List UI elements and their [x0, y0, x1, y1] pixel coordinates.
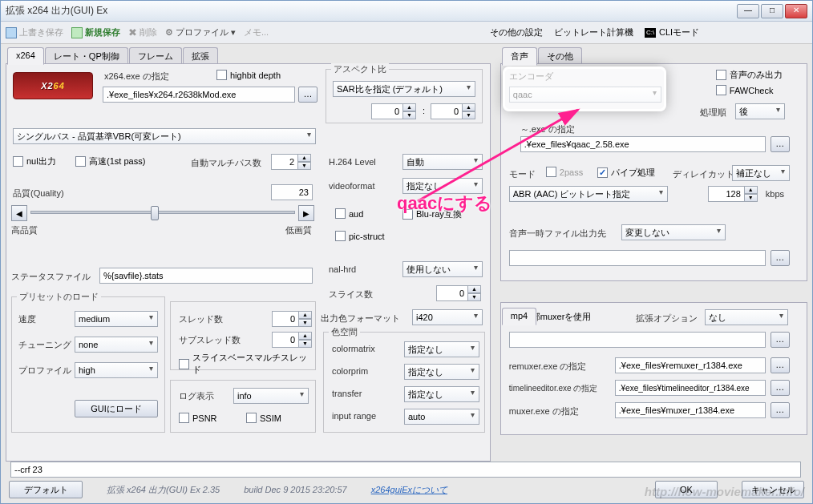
- input-range-select[interactable]: auto: [404, 409, 479, 425]
- tmpout-path-input[interactable]: [509, 250, 766, 266]
- remuxer-input[interactable]: [615, 357, 766, 373]
- remuxer-browse[interactable]: …: [771, 357, 790, 373]
- audio-exe-label: ～.exe の指定: [520, 123, 575, 135]
- about-link[interactable]: x264guiExについて: [371, 484, 447, 496]
- quality-label: 品質(Quality): [13, 187, 64, 200]
- minimize-button[interactable]: —: [737, 4, 759, 18]
- pipe-check[interactable]: パイプ処理: [597, 167, 655, 179]
- chevron-down-icon: ▾: [231, 27, 236, 38]
- tab-x264[interactable]: x264: [7, 47, 44, 65]
- audio-encoder-select[interactable]: qaac: [509, 87, 661, 103]
- twopass-check[interactable]: 2pass: [546, 167, 583, 177]
- timeline-browse[interactable]: …: [771, 380, 790, 396]
- app-name-label: 拡張 x264 出力(GUI) Ex 2.35: [107, 484, 220, 496]
- audio-only-check[interactable]: 音声のみ出力: [716, 69, 783, 81]
- exe-label: x264.exe の指定: [104, 71, 169, 83]
- ssim-check[interactable]: SSIM: [246, 413, 281, 423]
- thread-input[interactable]: [272, 311, 299, 327]
- subthread-input[interactable]: [272, 332, 299, 348]
- transfer-select[interactable]: 指定なし: [404, 386, 479, 402]
- cli-mode-button[interactable]: C:\ CLIモード: [645, 26, 699, 38]
- tuning-select[interactable]: none: [75, 337, 158, 353]
- maximize-button[interactable]: □: [761, 4, 783, 18]
- quality-right-button[interactable]: ▶: [298, 205, 314, 221]
- exe-browse-button[interactable]: …: [298, 87, 318, 103]
- timeline-input[interactable]: [615, 380, 766, 396]
- profile-dropdown[interactable]: ⚙ プロファイル ▾: [165, 26, 236, 38]
- x264-logo: X264: [13, 72, 93, 99]
- overwrite-save-button[interactable]: 上書き保存: [6, 26, 63, 38]
- new-save-button[interactable]: 新規保存: [71, 26, 120, 38]
- colorspace-group-label: 色空間: [329, 326, 360, 338]
- slice-multithread-check[interactable]: スライスベースマルチスレッド: [179, 352, 315, 376]
- profile-select[interactable]: high: [75, 362, 158, 378]
- fawcheck-check[interactable]: FAWCheck: [716, 85, 774, 95]
- muxer-browse[interactable]: …: [771, 402, 790, 418]
- colorprim-select[interactable]: 指定なし: [404, 364, 479, 380]
- order-select[interactable]: 後: [735, 103, 785, 119]
- preset-group-label: プリセットのロード: [17, 291, 101, 303]
- other-settings-button[interactable]: その他の設定: [490, 26, 543, 38]
- h264-level-select[interactable]: 自動: [402, 154, 483, 170]
- nal-hrd-select[interactable]: 使用しない: [402, 261, 483, 277]
- speed-select[interactable]: medium: [75, 311, 158, 327]
- muxer-input[interactable]: [615, 402, 766, 418]
- colormatrix-select[interactable]: 指定なし: [404, 341, 479, 357]
- log-select[interactable]: info: [233, 388, 309, 404]
- remuxer-label: remuxer.exe の指定: [509, 361, 587, 373]
- default-button[interactable]: デフォルト: [9, 481, 83, 498]
- ext-option-select[interactable]: なし: [705, 309, 788, 325]
- low-quality-label: 低画質: [285, 224, 312, 236]
- highbit-depth-check[interactable]: highbit depth: [216, 70, 281, 80]
- pic-struct-check[interactable]: pic-struct: [335, 231, 385, 241]
- quality-value[interactable]: [271, 184, 313, 200]
- close-button[interactable]: ✕: [785, 4, 807, 18]
- aspect-mode-select[interactable]: SAR比を指定 (デフォルト): [333, 81, 475, 97]
- delete-button[interactable]: ✖ 削除: [128, 26, 157, 38]
- transfer-label: transfer: [332, 389, 362, 398]
- audio-mode-select[interactable]: ABR (AAC) ビットレート指定: [509, 186, 668, 202]
- delay-select[interactable]: 補正なし: [732, 165, 790, 181]
- build-label: build Dec 9 2015 23:20:57: [244, 485, 346, 494]
- order-label: 処理順: [700, 107, 726, 119]
- save-new-icon: [71, 27, 83, 38]
- memo-field[interactable]: メモ...: [244, 26, 269, 38]
- psnr-check[interactable]: PSNR: [179, 413, 217, 423]
- mux-cmd-input[interactable]: [509, 332, 766, 348]
- tab-audio[interactable]: 音声: [502, 47, 537, 66]
- aspect-num-input[interactable]: [371, 103, 403, 119]
- log-label: ログ表示: [179, 390, 214, 402]
- fast-1stpass-check[interactable]: 高速(1st pass): [75, 155, 145, 167]
- encode-mode-select[interactable]: シングルパス - 品質基準VBR(可変レート): [13, 128, 316, 144]
- bitrate-calc-button[interactable]: ビットレート計算機: [554, 26, 633, 38]
- thread-label: スレッド数: [179, 313, 223, 325]
- exe-path-input[interactable]: [103, 87, 295, 103]
- tmpout-browse[interactable]: …: [771, 250, 790, 266]
- bitrate-input[interactable]: [708, 186, 745, 202]
- gui-load-button[interactable]: GUIにロード: [75, 400, 158, 417]
- tab-mp4[interactable]: mp4: [502, 308, 536, 325]
- slice-input[interactable]: [436, 285, 468, 301]
- quality-slider[interactable]: [30, 205, 295, 220]
- gear-icon: ⚙: [165, 27, 173, 38]
- mux-cmd-browse[interactable]: …: [771, 332, 790, 348]
- out-colorfmt-select[interactable]: i420: [412, 309, 483, 325]
- audio-exe-input[interactable]: [520, 136, 766, 152]
- quality-left-button[interactable]: ◀: [11, 205, 27, 221]
- auto-multipass-input[interactable]: [271, 154, 298, 170]
- status-file-input[interactable]: [99, 268, 313, 284]
- aud-check[interactable]: aud: [335, 208, 363, 219]
- audio-exe-browse[interactable]: …: [771, 136, 790, 152]
- tab-ext[interactable]: 拡張: [183, 47, 218, 65]
- aspect-group-label: アスペクト比: [331, 63, 389, 75]
- tab-frame[interactable]: フレーム: [129, 47, 182, 65]
- tuning-label: チューニング: [18, 339, 71, 351]
- nul-output-check[interactable]: nul出力: [13, 155, 56, 167]
- cli-args-input[interactable]: [10, 462, 801, 478]
- tab-rate-qp[interactable]: レート・QP制御: [45, 47, 128, 65]
- aspect-den-input[interactable]: [431, 103, 463, 119]
- audio-mode-label: モード: [509, 168, 536, 180]
- tmpout-select[interactable]: 変更しない: [621, 224, 726, 240]
- colormatrix-label: colormatrix: [332, 344, 375, 353]
- timeline-label: timelineeditor.exe の指定: [509, 383, 598, 394]
